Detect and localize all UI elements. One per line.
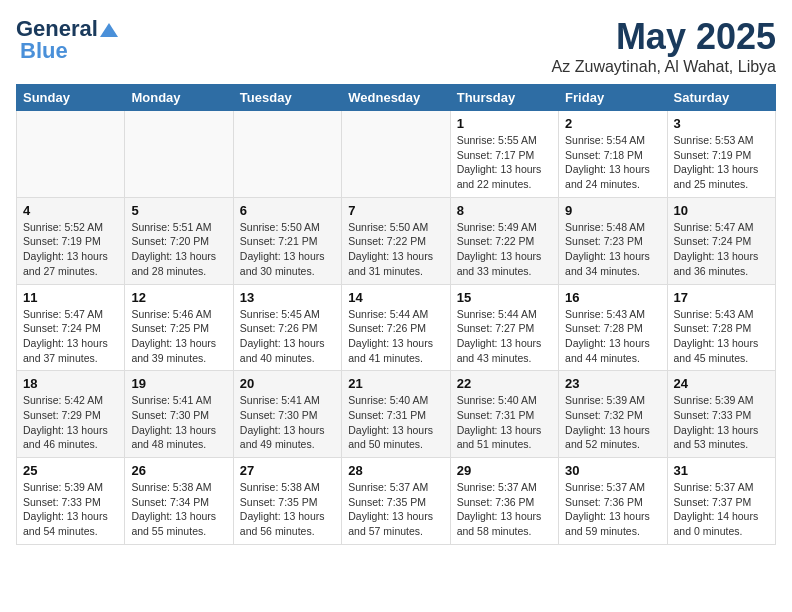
day-info-line: Sunset: 7:37 PM	[674, 495, 769, 510]
day-info: Sunrise: 5:45 AMSunset: 7:26 PMDaylight:…	[240, 307, 335, 366]
day-number: 24	[674, 376, 769, 391]
location-title: Az Zuwaytinah, Al Wahat, Libya	[552, 58, 776, 76]
day-info: Sunrise: 5:50 AMSunset: 7:21 PMDaylight:…	[240, 220, 335, 279]
calendar-week-1: 1Sunrise: 5:55 AMSunset: 7:17 PMDaylight…	[17, 111, 776, 198]
calendar-cell: 21Sunrise: 5:40 AMSunset: 7:31 PMDayligh…	[342, 371, 450, 458]
day-number: 1	[457, 116, 552, 131]
day-info-line: Sunrise: 5:44 AM	[348, 307, 443, 322]
calendar-cell	[125, 111, 233, 198]
day-info: Sunrise: 5:41 AMSunset: 7:30 PMDaylight:…	[240, 393, 335, 452]
day-info-line: and 34 minutes.	[565, 264, 660, 279]
day-info: Sunrise: 5:37 AMSunset: 7:36 PMDaylight:…	[565, 480, 660, 539]
day-info-line: and 49 minutes.	[240, 437, 335, 452]
day-info-line: Sunrise: 5:41 AM	[240, 393, 335, 408]
day-info-line: and 48 minutes.	[131, 437, 226, 452]
day-info-line: Sunrise: 5:40 AM	[348, 393, 443, 408]
day-info-line: Daylight: 13 hours	[457, 162, 552, 177]
day-info-line: and 33 minutes.	[457, 264, 552, 279]
day-info-line: Sunrise: 5:39 AM	[674, 393, 769, 408]
day-info-line: Sunset: 7:21 PM	[240, 234, 335, 249]
month-title: May 2025	[552, 16, 776, 58]
title-block: May 2025 Az Zuwaytinah, Al Wahat, Libya	[552, 16, 776, 76]
day-info-line: Sunrise: 5:46 AM	[131, 307, 226, 322]
calendar-cell: 12Sunrise: 5:46 AMSunset: 7:25 PMDayligh…	[125, 284, 233, 371]
day-info-line: Daylight: 13 hours	[565, 336, 660, 351]
day-info-line: and 59 minutes.	[565, 524, 660, 539]
calendar-cell: 5Sunrise: 5:51 AMSunset: 7:20 PMDaylight…	[125, 197, 233, 284]
day-info: Sunrise: 5:43 AMSunset: 7:28 PMDaylight:…	[674, 307, 769, 366]
calendar-cell: 1Sunrise: 5:55 AMSunset: 7:17 PMDaylight…	[450, 111, 558, 198]
day-info-line: Sunrise: 5:40 AM	[457, 393, 552, 408]
day-info-line: Sunset: 7:17 PM	[457, 148, 552, 163]
day-number: 31	[674, 463, 769, 478]
calendar-cell: 18Sunrise: 5:42 AMSunset: 7:29 PMDayligh…	[17, 371, 125, 458]
day-info-line: Sunrise: 5:38 AM	[131, 480, 226, 495]
calendar-cell: 23Sunrise: 5:39 AMSunset: 7:32 PMDayligh…	[559, 371, 667, 458]
day-info-line: Sunset: 7:29 PM	[23, 408, 118, 423]
day-info-line: and 58 minutes.	[457, 524, 552, 539]
day-info-line: Sunrise: 5:51 AM	[131, 220, 226, 235]
day-info-line: and 52 minutes.	[565, 437, 660, 452]
day-info-line: Daylight: 13 hours	[565, 162, 660, 177]
day-info-line: Sunset: 7:30 PM	[131, 408, 226, 423]
day-info-line: Sunrise: 5:43 AM	[565, 307, 660, 322]
calendar-cell: 7Sunrise: 5:50 AMSunset: 7:22 PMDaylight…	[342, 197, 450, 284]
day-info-line: Daylight: 13 hours	[457, 423, 552, 438]
day-info: Sunrise: 5:40 AMSunset: 7:31 PMDaylight:…	[457, 393, 552, 452]
day-info-line: Sunrise: 5:37 AM	[674, 480, 769, 495]
calendar-cell: 16Sunrise: 5:43 AMSunset: 7:28 PMDayligh…	[559, 284, 667, 371]
logo: General Blue	[16, 16, 120, 64]
day-number: 15	[457, 290, 552, 305]
day-number: 19	[131, 376, 226, 391]
calendar-cell: 17Sunrise: 5:43 AMSunset: 7:28 PMDayligh…	[667, 284, 775, 371]
day-number: 21	[348, 376, 443, 391]
day-info-line: Daylight: 13 hours	[457, 249, 552, 264]
day-info-line: Sunset: 7:31 PM	[348, 408, 443, 423]
day-number: 27	[240, 463, 335, 478]
day-info-line: Sunrise: 5:47 AM	[23, 307, 118, 322]
day-number: 25	[23, 463, 118, 478]
day-info-line: Sunset: 7:26 PM	[240, 321, 335, 336]
day-info-line: Sunset: 7:22 PM	[457, 234, 552, 249]
day-info: Sunrise: 5:47 AMSunset: 7:24 PMDaylight:…	[674, 220, 769, 279]
day-info-line: Sunset: 7:31 PM	[457, 408, 552, 423]
day-info-line: and 56 minutes.	[240, 524, 335, 539]
day-info-line: and 57 minutes.	[348, 524, 443, 539]
day-info-line: Daylight: 13 hours	[240, 509, 335, 524]
day-info: Sunrise: 5:53 AMSunset: 7:19 PMDaylight:…	[674, 133, 769, 192]
day-number: 4	[23, 203, 118, 218]
day-info-line: Sunrise: 5:44 AM	[457, 307, 552, 322]
day-info-line: Sunset: 7:28 PM	[565, 321, 660, 336]
day-info-line: and 51 minutes.	[457, 437, 552, 452]
day-info-line: Sunset: 7:27 PM	[457, 321, 552, 336]
day-info: Sunrise: 5:39 AMSunset: 7:33 PMDaylight:…	[674, 393, 769, 452]
day-info-line: Sunset: 7:19 PM	[23, 234, 118, 249]
day-info-line: Daylight: 13 hours	[348, 423, 443, 438]
day-info-line: Sunrise: 5:48 AM	[565, 220, 660, 235]
logo-text-block: General Blue	[16, 16, 120, 64]
day-header-sunday: Sunday	[17, 85, 125, 111]
day-info: Sunrise: 5:43 AMSunset: 7:28 PMDaylight:…	[565, 307, 660, 366]
calendar-cell	[233, 111, 341, 198]
day-info-line: and 30 minutes.	[240, 264, 335, 279]
day-number: 28	[348, 463, 443, 478]
day-number: 22	[457, 376, 552, 391]
day-info: Sunrise: 5:44 AMSunset: 7:26 PMDaylight:…	[348, 307, 443, 366]
calendar-cell: 8Sunrise: 5:49 AMSunset: 7:22 PMDaylight…	[450, 197, 558, 284]
day-info-line: Sunset: 7:35 PM	[348, 495, 443, 510]
day-info-line: Sunset: 7:33 PM	[674, 408, 769, 423]
calendar-week-4: 18Sunrise: 5:42 AMSunset: 7:29 PMDayligh…	[17, 371, 776, 458]
day-info-line: Sunset: 7:28 PM	[674, 321, 769, 336]
day-info-line: Sunrise: 5:37 AM	[565, 480, 660, 495]
calendar-cell: 9Sunrise: 5:48 AMSunset: 7:23 PMDaylight…	[559, 197, 667, 284]
day-info: Sunrise: 5:55 AMSunset: 7:17 PMDaylight:…	[457, 133, 552, 192]
day-number: 3	[674, 116, 769, 131]
day-info: Sunrise: 5:38 AMSunset: 7:34 PMDaylight:…	[131, 480, 226, 539]
day-info-line: Sunset: 7:36 PM	[457, 495, 552, 510]
svg-marker-0	[100, 23, 118, 37]
day-info-line: Sunset: 7:35 PM	[240, 495, 335, 510]
calendar-cell: 31Sunrise: 5:37 AMSunset: 7:37 PMDayligh…	[667, 458, 775, 545]
calendar-cell: 15Sunrise: 5:44 AMSunset: 7:27 PMDayligh…	[450, 284, 558, 371]
calendar-cell: 22Sunrise: 5:40 AMSunset: 7:31 PMDayligh…	[450, 371, 558, 458]
day-info-line: Sunset: 7:20 PM	[131, 234, 226, 249]
